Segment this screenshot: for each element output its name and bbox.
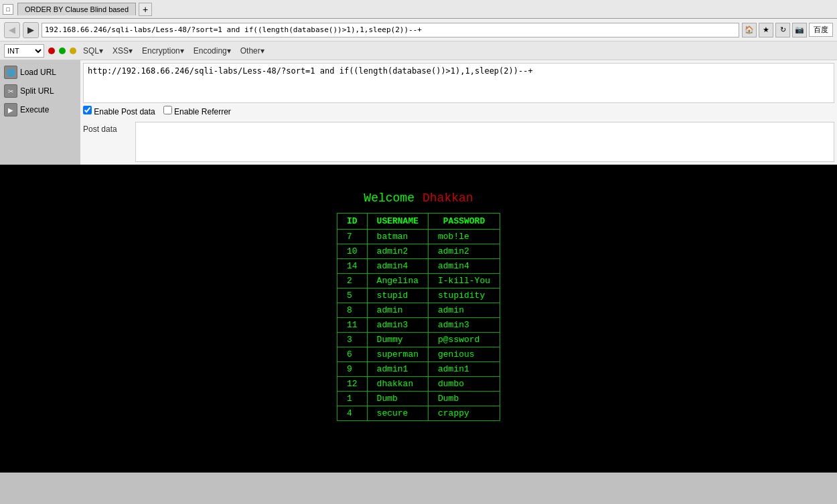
table-cell-2: stupidity: [429, 288, 500, 303]
table-cell-1: Dummy: [367, 333, 428, 347]
yellow-dot: [70, 48, 76, 54]
table-cell-2: p@ssword: [429, 333, 500, 347]
table-cell-0: 10: [337, 244, 367, 259]
table-cell-1: secure: [367, 406, 428, 421]
address-input[interactable]: [42, 23, 739, 37]
table-cell-0: 5: [337, 288, 367, 303]
url-input-display[interactable]: http://192.168.66.246/sqli-labs/Less-48/…: [83, 63, 834, 103]
xss-menu[interactable]: XSS▾: [110, 45, 135, 57]
table-cell-0: 3: [337, 333, 367, 347]
green-dot: [59, 48, 66, 54]
table-row: 11admin3admin3: [337, 318, 500, 333]
table-cell-2: mob!le: [429, 230, 500, 244]
nav-bar: ◀ ▶ 🏠 ★ ↻ 📷 百度: [0, 19, 837, 41]
new-tab-button[interactable]: +: [139, 3, 152, 16]
split-url-label: Split URL: [20, 86, 54, 96]
table-cell-2: admin2: [429, 244, 500, 259]
sidebar-item-split-url[interactable]: ✂ Split URL: [0, 82, 80, 100]
title-tab[interactable]: ORDER BY Clause Blind based: [17, 3, 136, 15]
table-row: 9admin1admin1: [337, 362, 500, 377]
col-header-password: PASSWORD: [429, 214, 500, 230]
result-area: Welcome Dhakkan ID USERNAME PASSWORD 7ba…: [0, 165, 837, 473]
table-cell-1: admin3: [367, 318, 428, 333]
enable-referrer-checkbox[interactable]: [163, 106, 172, 114]
other-menu[interactable]: Other▾: [238, 45, 267, 57]
table-row: 6supermangenious: [337, 347, 500, 362]
table-cell-2: genious: [429, 347, 500, 362]
table-cell-0: 7: [337, 230, 367, 244]
load-url-label: Load URL: [20, 68, 56, 77]
post-data-label: Post data: [83, 122, 130, 162]
encoding-menu[interactable]: Encoding▾: [191, 45, 234, 57]
table-row: 12dhakkandumbo: [337, 377, 500, 392]
col-header-username: USERNAME: [367, 214, 428, 230]
home-button[interactable]: 🏠: [742, 23, 757, 37]
execute-icon: ▶: [4, 103, 17, 116]
load-url-icon: 🌐: [4, 66, 17, 79]
baidu-button[interactable]: 百度: [809, 23, 833, 37]
refresh-icon: ↻: [780, 25, 786, 34]
encryption-menu[interactable]: Encryption▾: [139, 45, 187, 57]
back-icon: ◀: [9, 25, 15, 35]
toolbar: INT SQL▾ XSS▾ Encryption▾ Encoding▾ Othe…: [0, 41, 837, 60]
table-cell-1: admin2: [367, 244, 428, 259]
table-row: 5stupidstupidity: [337, 288, 500, 303]
table-row: 2AngelinaI-kill-You: [337, 274, 500, 288]
table-cell-0: 2: [337, 274, 367, 288]
table-cell-1: Angelina: [367, 274, 428, 288]
forward-button[interactable]: ▶: [23, 22, 39, 38]
bookmark-button[interactable]: ★: [759, 23, 773, 37]
table-cell-1: admin: [367, 303, 428, 318]
table-cell-1: admin4: [367, 259, 428, 274]
table-cell-0: 4: [337, 406, 367, 421]
forward-icon: ▶: [27, 25, 34, 35]
type-select[interactable]: INT: [4, 44, 44, 58]
table-cell-2: admin1: [429, 362, 500, 377]
table-cell-0: 12: [337, 377, 367, 392]
title-bar: □ ORDER BY Clause Blind based +: [0, 0, 837, 19]
table-row: 10admin2admin2: [337, 244, 500, 259]
table-cell-1: dhakkan: [367, 377, 428, 392]
table-cell-0: 14: [337, 259, 367, 274]
sidebar-item-execute[interactable]: ▶ Execute: [0, 100, 80, 119]
content-area: http://192.168.66.246/sqli-labs/Less-48/…: [80, 60, 837, 165]
refresh-button[interactable]: ↻: [775, 23, 790, 37]
table-cell-2: admin4: [429, 259, 500, 274]
table-cell-1: superman: [367, 347, 428, 362]
table-cell-1: Dumb: [367, 392, 428, 406]
table-cell-0: 6: [337, 347, 367, 362]
table-row: 7batmanmob!le: [337, 230, 500, 244]
table-cell-1: stupid: [367, 288, 428, 303]
execute-label: Execute: [20, 105, 49, 114]
table-row: 1DumbDumb: [337, 392, 500, 406]
post-data-input[interactable]: [135, 122, 834, 162]
sidebar-item-load-url[interactable]: 🌐 Load URL: [0, 63, 80, 82]
enable-referrer-label[interactable]: Enable Referrer: [163, 106, 231, 116]
table-row: 8adminadmin: [337, 303, 500, 318]
table-cell-0: 8: [337, 303, 367, 318]
back-button[interactable]: ◀: [4, 22, 20, 38]
col-header-id: ID: [337, 214, 367, 230]
table-row: 4securecrappy: [337, 406, 500, 421]
split-url-icon: ✂: [4, 84, 17, 98]
table-cell-2: admin: [429, 303, 500, 318]
nav-right-buttons: 🏠 ★ ↻ 📷 百度: [742, 23, 833, 37]
table-cell-2: crappy: [429, 406, 500, 421]
table-cell-0: 1: [337, 392, 367, 406]
sidebar: 🌐 Load URL ✂ Split URL ▶ Execute: [0, 60, 80, 165]
table-cell-2: admin3: [429, 318, 500, 333]
enable-post-label[interactable]: Enable Post data: [83, 106, 155, 116]
welcome-text: Welcome: [364, 191, 414, 205]
tab-label: ORDER BY Clause Blind based: [25, 5, 129, 13]
screenshot-button[interactable]: 📷: [792, 23, 807, 37]
table-cell-2: I-kill-You: [429, 274, 500, 288]
table-row: 14admin4admin4: [337, 259, 500, 274]
main-area: 🌐 Load URL ✂ Split URL ▶ Execute http://…: [0, 60, 837, 165]
table-cell-0: 11: [337, 318, 367, 333]
sql-menu[interactable]: SQL▾: [80, 45, 106, 57]
result-content: Welcome Dhakkan ID USERNAME PASSWORD 7ba…: [337, 191, 500, 421]
table-cell-0: 9: [337, 362, 367, 377]
welcome-row: Welcome Dhakkan: [364, 191, 473, 205]
checkbox-row: Enable Post data Enable Referrer: [83, 103, 834, 119]
enable-post-checkbox[interactable]: [83, 106, 92, 114]
